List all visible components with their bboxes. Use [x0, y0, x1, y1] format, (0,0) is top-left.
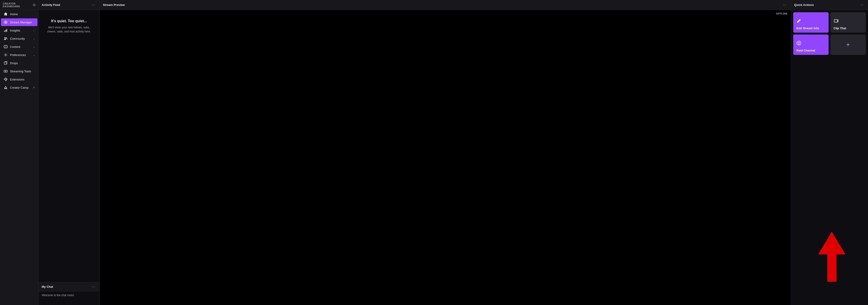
sidebar-header: CREATOR DASHBOARD — [0, 0, 38, 10]
stream-preview-title: Stream Preview — [103, 3, 125, 6]
sidebar: CREATOR DASHBOARD Home Stream Manager In… — [0, 0, 38, 305]
my-chat-menu-button[interactable]: ··· — [91, 284, 96, 289]
my-chat-panel: My Chat ··· Welcome to the chat room! — [38, 282, 99, 305]
svg-point-14 — [799, 44, 799, 45]
stream-manager-icon — [4, 20, 8, 24]
sidebar-item-stream-manager[interactable]: Stream Manager — [1, 18, 37, 26]
creator-camp-icon — [4, 85, 8, 89]
streaming-tools-icon — [4, 69, 8, 73]
stream-preview-menu-button[interactable]: ··· — [782, 2, 787, 7]
clip-that-button[interactable]: Clip That — [830, 12, 866, 33]
offline-badge: OFFLINE — [776, 12, 787, 15]
activity-quiet-title: It's quiet. Too quiet... — [51, 19, 87, 23]
svg-rect-10 — [4, 62, 6, 65]
activity-quiet-desc: We'll show your new follows, subs,cheers… — [47, 25, 91, 33]
sidebar-label-insights: Insights — [10, 29, 31, 32]
collapse-sidebar-button[interactable] — [32, 3, 36, 7]
panels-row: Activity Feed ··· It's quiet. Too quiet.… — [38, 0, 868, 305]
quick-actions-body: Edit Stream Info Clip That — [791, 10, 868, 305]
insights-chevron: ⌄ — [33, 29, 35, 32]
stream-preview-body: OFFLINE — [100, 10, 791, 305]
sidebar-item-preferences[interactable]: Preferences ⌄ — [1, 51, 37, 59]
stream-preview-panel: Stream Preview ··· OFFLINE — [100, 0, 791, 305]
svg-rect-13 — [834, 20, 837, 22]
chat-welcome-text: Welcome to the chat room! — [42, 294, 74, 297]
sidebar-item-drops[interactable]: Drops — [1, 59, 37, 67]
stream-preview-header: Stream Preview ··· — [100, 0, 791, 10]
sidebar-label-content: Content — [10, 45, 31, 49]
quick-actions-menu-button[interactable]: ··· — [859, 2, 865, 7]
clip-icon — [834, 18, 839, 25]
plus-icon: + — [846, 41, 850, 48]
community-chevron: ⌄ — [33, 37, 35, 40]
svg-point-9 — [5, 54, 6, 56]
add-quick-action-button[interactable]: + — [830, 34, 866, 55]
sidebar-item-content[interactable]: Content ⌄ — [1, 43, 37, 51]
sidebar-item-streaming-tools[interactable]: Streaming Tools — [1, 67, 37, 75]
clip-that-label: Clip That — [834, 27, 846, 30]
sidebar-label-extensions: Extensions — [10, 78, 35, 81]
activity-feed-body: It's quiet. Too quiet... We'll show your… — [38, 10, 99, 282]
home-icon — [4, 12, 8, 16]
content-icon — [4, 45, 8, 49]
sidebar-item-community[interactable]: Community ⌄ — [1, 35, 37, 43]
my-chat-body: Welcome to the chat room! — [38, 292, 99, 305]
sidebar-label-stream-manager: Stream Manager — [10, 21, 35, 24]
svg-rect-0 — [35, 4, 35, 6]
raid-channel-label: Raid Channel — [797, 49, 815, 52]
sidebar-label-creator-camp: Creator Camp — [10, 86, 30, 89]
sidebar-item-creator-camp[interactable]: Creator Camp ↗ — [1, 84, 37, 91]
sidebar-label-preferences: Preferences — [10, 53, 31, 57]
sidebar-item-home[interactable]: Home — [1, 10, 37, 18]
collapse-icon — [32, 3, 36, 7]
quick-actions-panel: Quick Actions ··· Edit Stream Info — [791, 0, 868, 305]
main-content: Activity Feed ··· It's quiet. Too quiet.… — [38, 0, 868, 305]
activity-feed-title: Activity Feed — [42, 3, 60, 6]
svg-rect-3 — [4, 31, 5, 32]
pencil-icon — [797, 18, 801, 25]
svg-rect-4 — [5, 30, 6, 32]
my-chat-title: My Chat — [42, 285, 53, 288]
sidebar-item-insights[interactable]: Insights ⌄ — [1, 27, 37, 34]
quick-actions-header: Quick Actions ··· — [791, 0, 868, 10]
preferences-chevron: ⌄ — [33, 54, 35, 56]
sidebar-item-extensions[interactable]: Extensions — [1, 76, 37, 83]
sidebar-label-community: Community — [10, 37, 31, 40]
svg-rect-5 — [6, 29, 7, 32]
activity-feed-menu-button[interactable]: ··· — [91, 2, 96, 7]
quick-actions-title: Quick Actions — [794, 3, 814, 6]
extensions-icon — [4, 77, 8, 81]
sidebar-title: CREATOR DASHBOARD — [3, 2, 32, 8]
raid-icon — [797, 40, 801, 47]
raid-channel-button[interactable]: Raid Channel — [793, 34, 829, 55]
community-icon — [4, 36, 8, 40]
sidebar-label-streaming-tools: Streaming Tools — [10, 70, 35, 73]
sidebar-label-drops: Drops — [10, 61, 35, 65]
svg-point-12 — [5, 71, 6, 72]
svg-point-2 — [5, 22, 6, 23]
insights-icon — [4, 28, 8, 32]
sidebar-label-home: Home — [10, 12, 35, 16]
preferences-icon — [4, 53, 8, 57]
drops-icon — [4, 61, 8, 65]
my-chat-header: My Chat ··· — [38, 282, 99, 292]
edit-stream-info-label: Edit Stream Info — [797, 27, 819, 30]
content-chevron: ⌄ — [33, 46, 35, 48]
activity-feed-header: Activity Feed ··· — [38, 0, 99, 10]
svg-point-7 — [6, 37, 7, 38]
edit-stream-info-button[interactable]: Edit Stream Info — [793, 12, 829, 33]
activity-feed-panel: Activity Feed ··· It's quiet. Too quiet.… — [38, 0, 100, 305]
external-link-icon: ↗ — [33, 86, 35, 89]
svg-point-6 — [4, 37, 6, 38]
